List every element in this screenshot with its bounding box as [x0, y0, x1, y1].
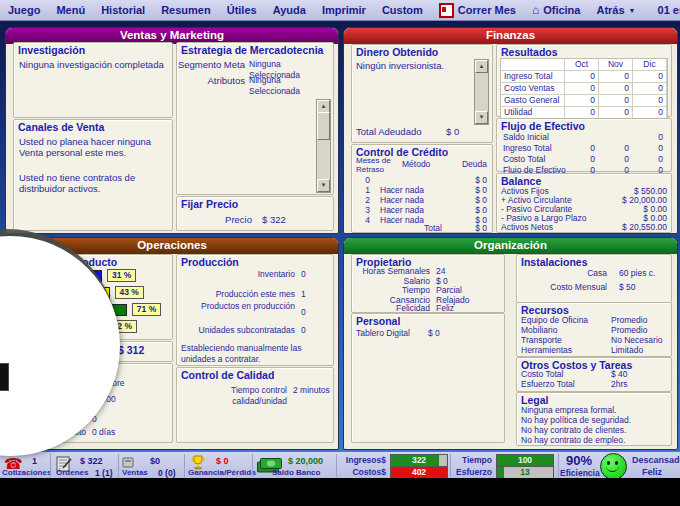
group-investigacion: Investigación Ninguna investigación comp… [13, 42, 173, 118]
credito-col-retraso: Meses de Retraso [356, 157, 396, 174]
group-title: Canales de Venta [18, 121, 104, 133]
precio-value: $ 322 [262, 214, 286, 225]
group-recursos: Recursos Equipo de Oficina Promedio Mobi… [516, 302, 672, 357]
ordenes-label: Órdenes [56, 468, 88, 477]
cell: 0 [599, 95, 633, 107]
scroll-down-icon[interactable]: ▼ [475, 111, 488, 124]
cell: 0 [565, 71, 599, 83]
credito-row-metodo: Hacer nada [380, 215, 424, 226]
status-divider [252, 454, 253, 477]
produccion-value: 0 [301, 307, 306, 318]
ordenes-value: $ 322 [80, 456, 103, 466]
bar-value-desempeno: 43 % [115, 286, 144, 299]
row-label: Saldo Inicial [500, 132, 564, 143]
group-propietario: Propietario Horas Semanales 24 Salario $… [351, 254, 505, 313]
cotizaciones-label: Cotizaciones [2, 468, 51, 477]
resultados-table: Oct Nov Dic Ingreso Total 0 0 0 Costo Ve… [500, 58, 668, 120]
cell: 0 [599, 71, 633, 83]
group-resultados: Resultados Oct Nov Dic Ingreso Total 0 0… [496, 44, 672, 117]
balance-label: Activos Netos [501, 222, 553, 233]
cell: 0 [598, 154, 632, 165]
group-title: Resultados [501, 46, 558, 58]
otros-label: Esfuerzo Total [521, 379, 575, 390]
group-otros-costos: Otros Costos y Tareas Costo Total $ 40 E… [516, 357, 672, 392]
run-month-button[interactable]: Correr Mes [431, 3, 524, 18]
run-month-label: Correr Mes [458, 4, 516, 16]
menu-custom[interactable]: Custom [374, 4, 431, 16]
cell: 0 [565, 83, 599, 95]
group-title: Fijar Precio [181, 198, 238, 210]
cell: 0 [564, 143, 598, 154]
bar-value-caracteristicas: 71 % [132, 303, 161, 316]
scroll-down-icon[interactable]: ▼ [317, 179, 330, 192]
group-dinero-obtenido: Dinero Obtenido Ningún inversionista. ▲ … [351, 44, 493, 143]
status-divider [118, 454, 119, 477]
eficiencia-value: 90% [566, 453, 592, 468]
personal-value: $ 0 [428, 328, 440, 339]
menu-resumen[interactable]: Resumen [153, 4, 219, 16]
menu-ayuda[interactable]: Ayuda [265, 4, 314, 16]
cell: 0 [633, 95, 667, 107]
credito-total-value: $ 0 [475, 223, 487, 234]
panel-finanzas-header: Finanzas [344, 28, 677, 44]
status-divider [50, 454, 51, 477]
group-title: Estrategia de Mercadotecnia [181, 44, 323, 56]
total-adeudado-value: $ 0 [446, 126, 459, 137]
atributos-label: Atributos [177, 75, 245, 86]
status-divider [336, 454, 337, 477]
panel-finanzas: Finanzas Dinero Obtenido Ningún inversio… [343, 27, 678, 234]
precio-label: Precio [197, 214, 252, 225]
costos-label: Costos$ [340, 467, 386, 477]
screen: Juego Menú Historial Resumen Útiles Ayud… [0, 0, 680, 506]
office-label: Oficina [543, 4, 580, 16]
balance-value: $ 20,550.00 [622, 222, 667, 233]
menu-imprimir[interactable]: Imprimir [314, 4, 374, 16]
total-adeudado-label: Total Adeudado [356, 126, 422, 137]
ganancia-value: $ 0 [216, 456, 229, 466]
back-label: Atrás [596, 4, 624, 16]
produccion-note: Estableciendo manualmente las unidades a… [181, 343, 327, 365]
cell: 0 [633, 71, 667, 83]
group-flujo-efectivo: Flujo de Efectivo Saldo Inicial 0 Ingres… [496, 118, 672, 172]
estrategia-scrollbar[interactable]: ▲ ▼ [316, 99, 331, 193]
produccion-label: Unidades subcontratadas [177, 325, 295, 336]
back-dropdown[interactable]: Atrás ▼ [588, 4, 643, 16]
calidad-value: 2 minutos [293, 385, 331, 396]
produccion-value: 0 [301, 325, 306, 336]
bar-value-calidad: 31 % [107, 269, 136, 282]
cell: 0 [564, 154, 598, 165]
group-title: Dinero Obtenido [356, 46, 438, 58]
panel-marketing: Ventas y Marketing Investigación Ninguna… [5, 27, 339, 234]
menu-juego[interactable]: Juego [0, 4, 48, 16]
group-title: Control de Calidad [181, 369, 274, 381]
group-title: Personal [356, 315, 400, 327]
estado-line2: Feliz [642, 467, 662, 477]
status-divider [558, 454, 559, 477]
investigacion-text: Ninguna investigación completada [19, 59, 164, 70]
house-icon: ⌂ [532, 5, 539, 15]
instalaciones-label: Casa [517, 268, 607, 279]
mood-smiley-icon [600, 453, 627, 480]
instalaciones-label: Costo Mensual [517, 282, 607, 293]
menu-utiles[interactable]: Útiles [219, 4, 265, 16]
estado-line1: Descansado [632, 455, 680, 465]
group-instalaciones: Instalaciones Casa 60 pies c. Costo Mens… [516, 254, 672, 303]
date-display: 01 ene 10 [644, 4, 680, 16]
ventas-value: $0 [150, 456, 160, 466]
credito-col-metodo: Método [402, 159, 430, 170]
dinero-scrollbar[interactable]: ▲ ▼ [474, 59, 489, 125]
scroll-up-icon[interactable]: ▲ [475, 60, 488, 73]
tiempo-value: 100 [497, 455, 553, 466]
group-estrategia: Estrategia de Mercadotecnia Segmento Met… [176, 42, 334, 195]
tiempo-label: Tiempo [452, 455, 492, 465]
produccion-label: Producción este mes [177, 289, 295, 300]
menu-historial[interactable]: Historial [93, 4, 153, 16]
col-oct: Oct [565, 59, 599, 71]
office-button[interactable]: ⌂ Oficina [524, 4, 589, 16]
menu-menu[interactable]: Menú [48, 4, 93, 16]
cell [564, 132, 598, 143]
cell: 0 [565, 95, 599, 107]
scrollbar-thumb[interactable] [317, 112, 330, 140]
col-dic: Dic [633, 59, 667, 71]
canales-line1: Usted no planea hacer ninguna Venta pers… [19, 136, 159, 158]
